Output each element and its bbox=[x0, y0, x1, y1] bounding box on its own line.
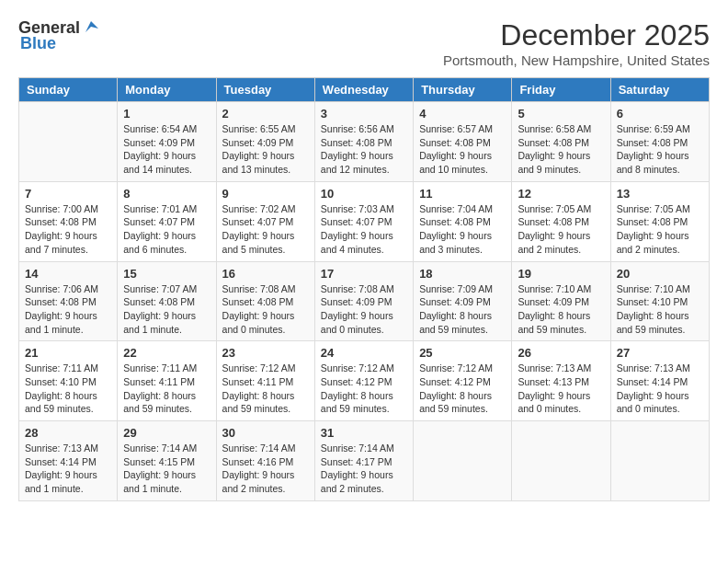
day-number: 15 bbox=[123, 267, 210, 281]
day-info: Sunrise: 7:05 AMSunset: 4:08 PMDaylight:… bbox=[617, 202, 703, 257]
calendar-week-row: 28Sunrise: 7:13 AMSunset: 4:14 PMDayligh… bbox=[19, 421, 710, 501]
calendar-day-cell: 23Sunrise: 7:12 AMSunset: 4:11 PMDayligh… bbox=[216, 341, 314, 421]
daylight-text: Daylight: 8 hours bbox=[419, 390, 492, 401]
daylight-text: and 59 minutes. bbox=[419, 324, 488, 335]
day-number: 4 bbox=[419, 107, 506, 121]
calendar-day-cell: 22Sunrise: 7:11 AMSunset: 4:11 PMDayligh… bbox=[118, 341, 216, 421]
day-number: 17 bbox=[321, 267, 407, 281]
day-number: 8 bbox=[123, 187, 210, 201]
calendar-day-cell: 31Sunrise: 7:14 AMSunset: 4:17 PMDayligh… bbox=[314, 421, 413, 501]
sunset-text: Sunset: 4:07 PM bbox=[123, 216, 195, 227]
daylight-text: Daylight: 9 hours bbox=[321, 469, 393, 480]
sunrise-text: Sunrise: 7:10 AM bbox=[518, 283, 591, 294]
sunrise-text: Sunrise: 6:58 AM bbox=[518, 123, 591, 134]
sunrise-text: Sunrise: 7:01 AM bbox=[123, 203, 197, 214]
daylight-text: Daylight: 9 hours bbox=[222, 230, 295, 241]
sunset-text: Sunset: 4:10 PM bbox=[617, 296, 688, 307]
daylight-text: and 0 minutes. bbox=[617, 403, 680, 414]
sunrise-text: Sunrise: 6:54 AM bbox=[123, 123, 197, 134]
sunrise-text: Sunrise: 7:00 AM bbox=[25, 203, 98, 214]
day-info: Sunrise: 7:14 AMSunset: 4:15 PMDaylight:… bbox=[123, 442, 210, 496]
daylight-text: and 59 minutes. bbox=[25, 403, 94, 414]
daylight-text: and 3 minutes. bbox=[419, 244, 483, 255]
daylight-text: Daylight: 9 hours bbox=[321, 310, 393, 321]
daylight-text: and 59 minutes. bbox=[123, 403, 192, 414]
daylight-text: and 2 minutes. bbox=[321, 483, 384, 494]
sunrise-text: Sunrise: 7:12 AM bbox=[222, 362, 296, 373]
calendar-day-cell: 26Sunrise: 7:13 AMSunset: 4:13 PMDayligh… bbox=[512, 341, 610, 421]
day-info: Sunrise: 7:07 AMSunset: 4:08 PMDaylight:… bbox=[123, 282, 210, 337]
daylight-text: Daylight: 9 hours bbox=[419, 230, 492, 241]
sunset-text: Sunset: 4:08 PM bbox=[419, 137, 491, 148]
calendar-day-cell: 8Sunrise: 7:01 AMSunset: 4:07 PMDaylight… bbox=[118, 181, 216, 261]
sunrise-text: Sunrise: 7:14 AM bbox=[222, 442, 296, 454]
daylight-text: Daylight: 8 hours bbox=[25, 390, 97, 401]
day-number: 31 bbox=[321, 426, 407, 440]
day-number: 29 bbox=[123, 426, 210, 440]
sunset-text: Sunset: 4:12 PM bbox=[321, 376, 392, 387]
daylight-text: and 2 minutes. bbox=[617, 244, 680, 255]
sunrise-text: Sunrise: 7:04 AM bbox=[419, 203, 493, 214]
day-number: 2 bbox=[222, 107, 309, 121]
day-number: 6 bbox=[617, 107, 703, 121]
calendar-day-cell: 11Sunrise: 7:04 AMSunset: 4:08 PMDayligh… bbox=[414, 181, 512, 261]
daylight-text: and 1 minute. bbox=[25, 483, 84, 494]
daylight-text: Daylight: 8 hours bbox=[222, 390, 295, 401]
calendar-day-cell: 13Sunrise: 7:05 AMSunset: 4:08 PMDayligh… bbox=[610, 181, 709, 261]
location-subtitle: Portsmouth, New Hampshire, United States bbox=[443, 52, 710, 68]
sunset-text: Sunset: 4:17 PM bbox=[321, 456, 392, 467]
day-number: 16 bbox=[222, 267, 309, 281]
day-number: 13 bbox=[617, 187, 703, 201]
weekday-header: Monday bbox=[118, 78, 216, 102]
day-number: 14 bbox=[25, 267, 111, 281]
sunset-text: Sunset: 4:13 PM bbox=[518, 376, 589, 387]
sunset-text: Sunset: 4:07 PM bbox=[321, 216, 392, 227]
day-info: Sunrise: 7:12 AMSunset: 4:12 PMDaylight:… bbox=[321, 362, 407, 416]
daylight-text: and 2 minutes. bbox=[518, 244, 581, 255]
calendar-day-cell: 18Sunrise: 7:09 AMSunset: 4:09 PMDayligh… bbox=[414, 261, 512, 341]
day-info: Sunrise: 7:14 AMSunset: 4:17 PMDaylight:… bbox=[321, 442, 407, 496]
day-info: Sunrise: 7:08 AMSunset: 4:09 PMDaylight:… bbox=[321, 282, 407, 337]
sunset-text: Sunset: 4:08 PM bbox=[25, 216, 97, 227]
title-block: December 2025 Portsmouth, New Hampshire,… bbox=[443, 18, 710, 68]
daylight-text: and 8 minutes. bbox=[617, 164, 680, 175]
calendar-day-cell: 25Sunrise: 7:12 AMSunset: 4:12 PMDayligh… bbox=[414, 341, 512, 421]
page-header: General Blue December 2025 Portsmouth, N… bbox=[9, 9, 719, 73]
sunrise-text: Sunrise: 7:07 AM bbox=[123, 283, 197, 294]
day-info: Sunrise: 7:13 AMSunset: 4:13 PMDaylight:… bbox=[518, 362, 604, 416]
calendar-week-row: 7Sunrise: 7:00 AMSunset: 4:08 PMDaylight… bbox=[19, 181, 710, 261]
daylight-text: and 1 minute. bbox=[25, 324, 84, 335]
daylight-text: Daylight: 9 hours bbox=[222, 469, 295, 480]
daylight-text: and 14 minutes. bbox=[123, 164, 192, 175]
sunrise-text: Sunrise: 7:12 AM bbox=[321, 362, 394, 373]
calendar-day-cell: 2Sunrise: 6:55 AMSunset: 4:09 PMDaylight… bbox=[216, 102, 314, 182]
calendar-day-cell: 28Sunrise: 7:13 AMSunset: 4:14 PMDayligh… bbox=[19, 421, 118, 501]
sunset-text: Sunset: 4:11 PM bbox=[123, 376, 195, 387]
daylight-text: Daylight: 9 hours bbox=[617, 150, 689, 161]
weekday-header: Friday bbox=[512, 78, 610, 102]
day-info: Sunrise: 7:11 AMSunset: 4:10 PMDaylight:… bbox=[25, 362, 111, 416]
calendar-day-cell: 17Sunrise: 7:08 AMSunset: 4:09 PMDayligh… bbox=[314, 261, 413, 341]
sunset-text: Sunset: 4:11 PM bbox=[222, 376, 294, 387]
day-info: Sunrise: 7:01 AMSunset: 4:07 PMDaylight:… bbox=[123, 202, 210, 257]
day-info: Sunrise: 6:55 AMSunset: 4:09 PMDaylight:… bbox=[222, 122, 309, 177]
sunset-text: Sunset: 4:08 PM bbox=[123, 296, 195, 307]
calendar-week-row: 1Sunrise: 6:54 AMSunset: 4:09 PMDaylight… bbox=[19, 102, 710, 182]
daylight-text: and 7 minutes. bbox=[25, 244, 88, 255]
sunset-text: Sunset: 4:09 PM bbox=[419, 296, 491, 307]
calendar-day-cell: 30Sunrise: 7:14 AMSunset: 4:16 PMDayligh… bbox=[216, 421, 314, 501]
sunset-text: Sunset: 4:09 PM bbox=[518, 296, 589, 307]
sunrise-text: Sunrise: 7:09 AM bbox=[419, 283, 493, 294]
sunrise-text: Sunrise: 7:05 AM bbox=[518, 203, 591, 214]
day-number: 7 bbox=[25, 187, 111, 201]
day-info: Sunrise: 6:58 AMSunset: 4:08 PMDaylight:… bbox=[518, 122, 604, 177]
daylight-text: Daylight: 9 hours bbox=[321, 230, 393, 241]
sunrise-text: Sunrise: 7:08 AM bbox=[222, 283, 296, 294]
sunrise-text: Sunrise: 7:13 AM bbox=[617, 362, 690, 373]
sunrise-text: Sunrise: 7:11 AM bbox=[25, 362, 98, 373]
daylight-text: Daylight: 8 hours bbox=[617, 310, 689, 321]
day-number: 9 bbox=[222, 187, 309, 201]
daylight-text: and 0 minutes. bbox=[321, 324, 384, 335]
logo: General Blue bbox=[18, 18, 100, 53]
calendar-day-cell: 15Sunrise: 7:07 AMSunset: 4:08 PMDayligh… bbox=[118, 261, 216, 341]
